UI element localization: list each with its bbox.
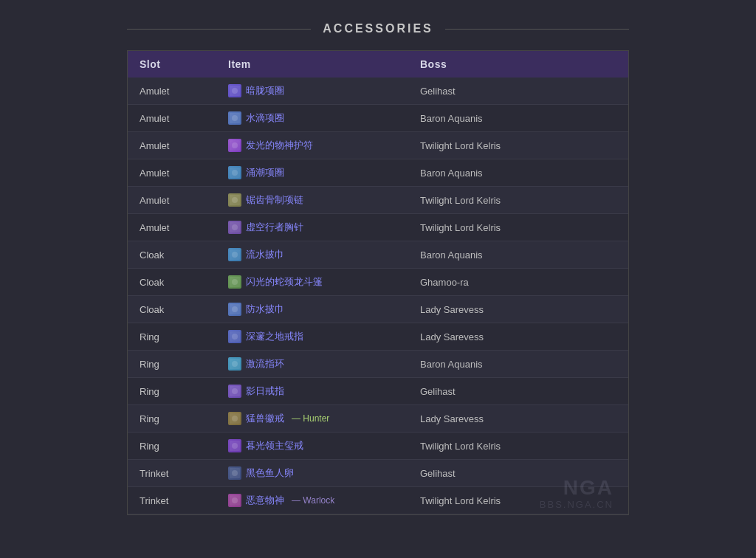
boss-cell: Baron Aquanis bbox=[408, 105, 628, 132]
item-icon bbox=[228, 275, 241, 289]
item-cell[interactable]: 涌潮项圈 bbox=[216, 159, 408, 187]
item-cell[interactable]: 黑色鱼人卵 bbox=[216, 460, 408, 487]
svg-point-32 bbox=[232, 361, 238, 367]
item-icon bbox=[228, 330, 241, 343]
item-link[interactable]: 暮光领主玺戒 bbox=[228, 439, 396, 452]
col-boss: Boss bbox=[408, 51, 628, 78]
item-cell[interactable]: 发光的物神护符 bbox=[216, 132, 408, 159]
table-row: Cloak 防水披巾Lady Sarevess bbox=[128, 296, 628, 323]
table-row: Amulet 锯齿骨制项链Twilight Lord Kelris bbox=[128, 187, 628, 214]
item-link[interactable]: 黑色鱼人卵 bbox=[228, 466, 396, 480]
item-link[interactable]: 水滴项圈 bbox=[228, 111, 396, 125]
item-link[interactable]: 激流指环 bbox=[228, 357, 396, 371]
slot-cell: Ring bbox=[128, 433, 216, 460]
slot-cell: Ring bbox=[128, 351, 216, 378]
slot-cell: Ring bbox=[128, 323, 216, 351]
item-cell[interactable]: 流水披巾 bbox=[216, 241, 408, 269]
item-icon bbox=[228, 111, 241, 125]
table-row: Trinket 恶意物神— WarlockTwilight Lord Kelri… bbox=[128, 487, 628, 514]
item-name: 影日戒指 bbox=[246, 385, 284, 398]
item-link[interactable]: 防水披巾 bbox=[228, 303, 396, 316]
item-icon bbox=[228, 139, 241, 152]
item-cell[interactable]: 防水披巾 bbox=[216, 296, 408, 323]
table-row: Ring 深邃之地戒指Lady Sarevess bbox=[128, 323, 628, 351]
item-name: 锯齿骨制项链 bbox=[246, 193, 303, 207]
item-link[interactable]: 暗胧项圈 bbox=[228, 84, 396, 97]
col-item: Item bbox=[216, 51, 408, 78]
item-link[interactable]: 发光的物神护符 bbox=[228, 139, 396, 152]
item-icon bbox=[228, 303, 241, 316]
item-name: 流水披巾 bbox=[246, 248, 284, 261]
slot-cell: Amulet bbox=[128, 214, 216, 241]
item-link[interactable]: 涌潮项圈 bbox=[228, 166, 396, 179]
item-cell[interactable]: 闪光的蛇颈龙斗篷 bbox=[216, 269, 408, 296]
slot-cell: Amulet bbox=[128, 78, 216, 105]
item-link[interactable]: 恶意物神— Warlock bbox=[228, 494, 396, 507]
item-name: 恶意物神 bbox=[246, 494, 284, 507]
item-link[interactable]: 锯齿骨制项链 bbox=[228, 193, 396, 207]
table-header-row: Slot Item Boss bbox=[128, 51, 628, 78]
item-cell[interactable]: 猛兽徽戒— Hunter bbox=[216, 405, 408, 433]
item-name: 水滴项圈 bbox=[246, 111, 284, 125]
item-link[interactable]: 流水披巾 bbox=[228, 248, 396, 261]
slot-cell: Amulet bbox=[128, 159, 216, 187]
boss-cell: Twilight Lord Kelris bbox=[408, 487, 628, 514]
page-title: ACCESSORIES bbox=[127, 22, 629, 35]
item-cell[interactable]: 激流指环 bbox=[216, 351, 408, 378]
item-link[interactable]: 影日戒指 bbox=[228, 385, 396, 398]
item-icon bbox=[228, 193, 241, 207]
item-name: 深邃之地戒指 bbox=[246, 330, 303, 343]
boss-cell: Lady Sarevess bbox=[408, 323, 628, 351]
table-row: Amulet 发光的物神护符Twilight Lord Kelris bbox=[128, 132, 628, 159]
svg-point-11 bbox=[232, 170, 238, 176]
slot-cell: Amulet bbox=[128, 105, 216, 132]
item-cell[interactable]: 暮光领主玺戒 bbox=[216, 433, 408, 460]
svg-point-44 bbox=[232, 470, 238, 476]
item-cell[interactable]: 暗胧项圈 bbox=[216, 78, 408, 105]
svg-point-14 bbox=[232, 197, 238, 203]
boss-cell: Baron Aquanis bbox=[408, 351, 628, 378]
item-cell[interactable]: 虚空行者胸针 bbox=[216, 214, 408, 241]
table-row: Cloak 流水披巾Baron Aquanis bbox=[128, 241, 628, 269]
boss-cell: Gelihast bbox=[408, 78, 628, 105]
item-link[interactable]: 深邃之地戒指 bbox=[228, 330, 396, 343]
table-row: Amulet 涌潮项圈Baron Aquanis bbox=[128, 159, 628, 187]
item-name: 发光的物神护符 bbox=[246, 139, 313, 152]
item-icon bbox=[228, 166, 241, 179]
slot-cell: Cloak bbox=[128, 241, 216, 269]
item-link[interactable]: 猛兽徽戒— Hunter bbox=[228, 412, 396, 425]
boss-cell: Ghamoo-ra bbox=[408, 269, 628, 296]
item-icon bbox=[228, 385, 241, 398]
boss-cell: Twilight Lord Kelris bbox=[408, 132, 628, 159]
table-row: Amulet 暗胧项圈Gelihast bbox=[128, 78, 628, 105]
boss-cell: Gelihast bbox=[408, 460, 628, 487]
item-cell[interactable]: 深邃之地戒指 bbox=[216, 323, 408, 351]
slot-cell: Trinket bbox=[128, 487, 216, 514]
slot-cell: Amulet bbox=[128, 132, 216, 159]
item-icon bbox=[228, 248, 241, 261]
svg-point-8 bbox=[232, 142, 238, 148]
col-slot: Slot bbox=[128, 51, 216, 78]
item-name: 猛兽徽戒 bbox=[246, 412, 284, 425]
svg-point-2 bbox=[232, 88, 238, 94]
svg-point-5 bbox=[232, 115, 238, 121]
item-link[interactable]: 闪光的蛇颈龙斗篷 bbox=[228, 275, 396, 289]
item-name: 虚空行者胸针 bbox=[246, 221, 303, 234]
table-row: Ring 暮光领主玺戒Twilight Lord Kelris bbox=[128, 433, 628, 460]
table-row: Amulet 水滴项圈Baron Aquanis bbox=[128, 105, 628, 132]
item-icon bbox=[228, 84, 241, 97]
item-cell[interactable]: 锯齿骨制项链 bbox=[216, 187, 408, 214]
svg-point-17 bbox=[232, 224, 238, 230]
item-name: 暮光领主玺戒 bbox=[246, 439, 303, 452]
item-cell[interactable]: 恶意物神— Warlock bbox=[216, 487, 408, 514]
boss-cell: Baron Aquanis bbox=[408, 241, 628, 269]
slot-cell: Ring bbox=[128, 405, 216, 433]
item-name: 暗胧项圈 bbox=[246, 84, 284, 97]
item-icon bbox=[228, 357, 241, 371]
item-cell[interactable]: 水滴项圈 bbox=[216, 105, 408, 132]
item-cell[interactable]: 影日戒指 bbox=[216, 378, 408, 405]
boss-cell: Twilight Lord Kelris bbox=[408, 214, 628, 241]
class-tag: — Warlock bbox=[292, 495, 334, 506]
item-link[interactable]: 虚空行者胸针 bbox=[228, 221, 396, 234]
boss-cell: Twilight Lord Kelris bbox=[408, 187, 628, 214]
